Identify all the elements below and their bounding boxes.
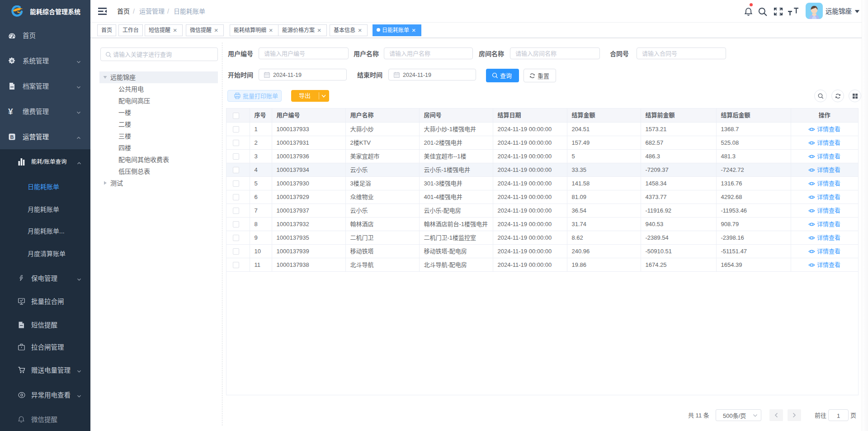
svg-text:B: B: [10, 134, 14, 140]
